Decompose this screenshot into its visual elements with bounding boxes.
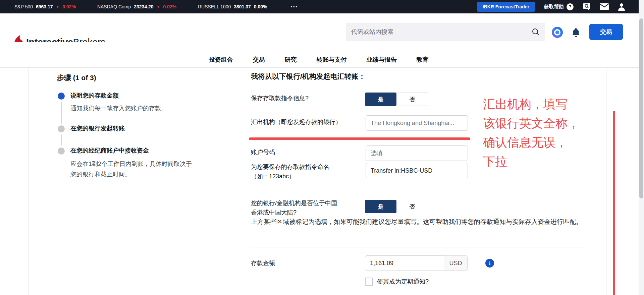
info-icon[interactable]: i [485,259,494,268]
get-help-label: 获取帮助 [544,4,564,10]
main-content: 步骤 (1 of 3) 说明您的存款金额 通知我们每一笔存入您账户的存款。 在您… [0,68,644,295]
step3-title: 在您的经纪商账户中接收资金 [70,146,149,155]
ticker-symbol: NASDAQ Comp [97,4,131,9]
search-icon[interactable] [532,28,540,36]
ai-assistant-icon[interactable] [552,27,563,38]
ai-assistant-ring [554,29,560,36]
form-title: 我将从以下银行/机构发起电汇转账： [251,72,366,81]
sending-institution-label: 汇出机构（即您发起存款的银行） [251,117,341,127]
site-search [346,23,545,41]
step3-dot [58,148,65,155]
ticker-nasdaq[interactable]: NASDAQ Comp 23234.20 ▼ -0.02% [97,4,176,9]
ai-assistant-dot [555,31,559,34]
bank-location-label-line2: 香港或中国大陆? [251,209,297,216]
step3-description: 应会在1到2个工作日内到账，具体时间取决于您的银行和截止时间。 [70,159,195,180]
search-input[interactable] [346,23,532,41]
step2-dot [58,125,65,132]
scrollbar-track[interactable] [639,0,644,295]
ticker-change: -0.02% [61,4,76,9]
ticker-change: 0.00% [254,4,267,9]
scrollbar-thumb[interactable] [639,18,643,198]
step1-description: 通知我们每一笔存入您账户的存款。 [70,103,195,114]
instruction-name-input[interactable] [366,163,468,178]
trade-button[interactable]: 交易 [589,24,623,40]
annotation-line: 下拉 [483,152,580,171]
account-icon[interactable] [618,3,626,11]
deposit-amount-input[interactable] [365,255,444,271]
instruction-name-label-line2: （如：123abc） [251,173,295,180]
step1-title: 说明您的存款金额 [70,92,119,100]
account-number-input[interactable] [366,145,468,161]
save-instruction-no-button[interactable]: 否 [396,93,428,106]
site-header: InteractiveBrokers 交易 [0,13,644,42]
step-connector [61,102,62,124]
ticker-symbol: S&P 500 [14,4,33,9]
ticker-value: 23234.20 [134,4,153,9]
ticker-value: 3801.37 [234,4,251,9]
mail-icon[interactable] [600,3,609,10]
notifications-bell-icon[interactable] [571,27,581,38]
get-help-button[interactable]: 获取帮助 ? [544,3,574,10]
main-nav: 投资组合 交易 研究 转账与支付 业绩与报告 教育 [0,42,641,68]
ticker-symbol: RUSSELL 1000 [198,4,231,9]
step-connector [61,134,62,145]
sending-institution-input[interactable] [366,115,468,131]
bank-location-label: 您的银行/金融机构是否位于中国 香港或中国大陆? [251,198,337,217]
bank-location-label-line1: 您的银行/金融机构是否位于中国 [251,200,337,206]
step1-dot [58,93,65,100]
annotation-line: 汇出机构，填写 [483,95,580,114]
save-instruction-toggle: 是 否 [365,93,428,106]
ticker-value: 6963.17 [36,4,53,9]
bank-location-toggle: 是 否 [365,200,428,213]
ticker-bar: S&P 500 6963.17 ▼ -0.02% NASDAQ Comp 232… [0,0,644,13]
annotation-underline [249,137,470,140]
ibkr-funding-page: S&P 500 6963.17 ▼ -0.02% NASDAQ Comp 232… [0,0,644,295]
nav-item-education[interactable]: 教育 [417,46,429,64]
content-right-border [606,68,606,295]
optional-fields-note: 上方某些区域被标记为选填，如果可能我们建议您尽量填写。这可帮助我们将您的存款通知… [251,217,584,227]
annotation-line: 该银行英文全称， [483,114,580,133]
bank-location-no-button[interactable]: 否 [396,200,428,213]
annotation-arrow [613,111,615,295]
nav-item-transfer-pay[interactable]: 转账与支付 [317,46,347,64]
ticker-change: -0.02% [162,4,176,9]
step2-title: 在您的银行发起转账 [70,124,125,132]
nav-item-research[interactable]: 研究 [285,46,297,64]
deposit-amount-label: 存款金额 [251,258,275,268]
nav-item-trade[interactable]: 交易 [253,46,265,64]
content-left-border [29,68,29,295]
recurring-label: 使其成为定期通知? [377,278,429,286]
recurring-row: 使其成为定期通知? [365,278,429,286]
instruction-name-label-line1: 为您要保存的存取款指令命名 [251,164,329,170]
sidebar-form-divider [225,68,225,295]
recurring-checkbox[interactable] [365,278,373,286]
currency-select[interactable]: USD [444,255,468,271]
chat-assistant-icon[interactable] [582,2,591,11]
question-icon: ? [567,3,574,10]
ticker-russell[interactable]: RUSSELL 1000 3801.37 0.00% [198,4,267,9]
annotation-line: 确认信息无误， [483,133,580,152]
deposit-amount-group: USD [365,255,468,271]
section-divider [251,247,584,247]
down-arrow-icon: ▼ [56,5,59,9]
account-number-label: 账户号码 [251,148,275,157]
nav-item-performance-reports[interactable]: 业绩与报告 [367,46,397,64]
ticker-sp500[interactable]: S&P 500 6963.17 ▼ -0.02% [14,4,76,9]
topbar-right: IBKR ForecastTrader 获取帮助 ? [477,0,626,13]
annotation-note: 汇出机构，填写 该银行英文全称， 确认信息无误， 下拉 [483,95,580,171]
more-tickers-icon[interactable]: ••• [291,4,299,9]
instruction-name-label: 为您要保存的存取款指令命名 （如：123abc） [251,162,329,181]
down-arrow-icon: ▼ [157,5,160,9]
steps-title: 步骤 (1 of 3) [57,73,96,82]
forecast-trader-button[interactable]: IBKR ForecastTrader [477,2,535,12]
save-instruction-yes-button[interactable]: 是 [365,93,396,106]
save-instruction-label: 保存存取款指令信息? [251,94,309,103]
nav-item-portfolio[interactable]: 投资组合 [209,46,233,64]
bank-location-yes-button[interactable]: 是 [365,200,396,213]
